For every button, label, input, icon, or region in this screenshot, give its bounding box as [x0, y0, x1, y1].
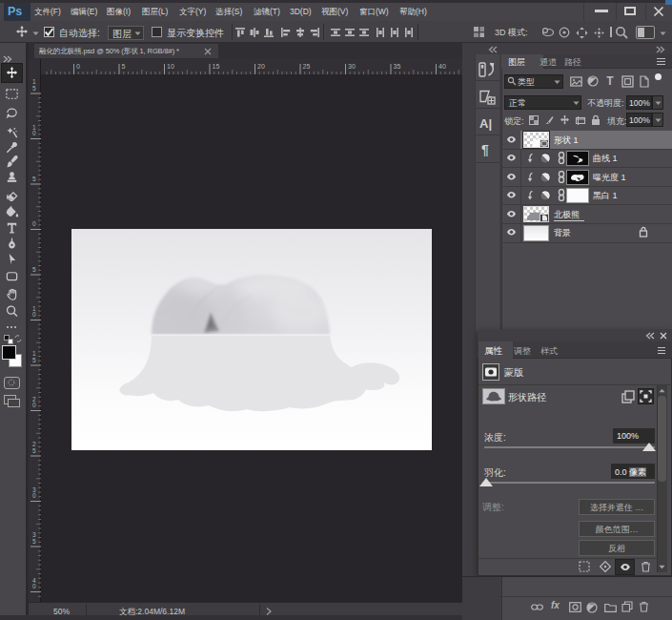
- svg-text:5: 5: [32, 538, 36, 545]
- svg-text:1: 1: [32, 305, 36, 312]
- svg-text:5: 5: [32, 447, 36, 454]
- svg-text:25: 25: [303, 63, 311, 70]
- svg-text:0: 0: [32, 402, 36, 408]
- svg-text:3: 3: [32, 486, 36, 493]
- svg-text:5: 5: [122, 63, 126, 70]
- svg-text:40: 40: [438, 63, 446, 70]
- svg-text:0: 0: [32, 220, 36, 227]
- svg-text:1: 1: [32, 124, 36, 131]
- svg-text:20: 20: [257, 63, 265, 70]
- svg-text:10: 10: [167, 63, 174, 70]
- svg-text:2: 2: [32, 441, 36, 447]
- svg-text:0: 0: [32, 130, 36, 136]
- svg-text:1: 1: [32, 350, 36, 357]
- svg-text:0: 0: [32, 492, 36, 499]
- svg-text:0: 0: [32, 583, 36, 589]
- svg-text:0: 0: [76, 63, 80, 70]
- svg-text:5: 5: [32, 357, 36, 363]
- svg-text:1: 1: [32, 78, 36, 85]
- svg-text:5: 5: [32, 266, 36, 273]
- svg-text:3: 3: [32, 531, 36, 538]
- svg-text:4: 4: [32, 577, 36, 584]
- svg-text:35: 35: [394, 63, 401, 70]
- svg-text:0: 0: [32, 311, 36, 318]
- svg-text:30: 30: [348, 63, 356, 70]
- svg-text:5: 5: [32, 176, 36, 182]
- svg-text:5: 5: [32, 85, 36, 92]
- svg-text:15: 15: [213, 63, 220, 70]
- svg-text:2: 2: [32, 396, 36, 403]
